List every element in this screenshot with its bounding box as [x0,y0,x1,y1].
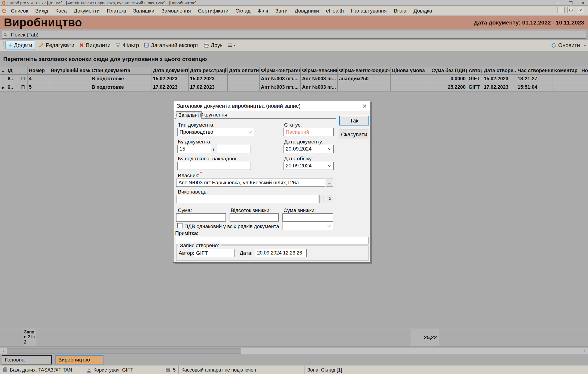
discount-percent-field[interactable] [230,213,279,222]
cell-id: 6.. [6,75,20,83]
menu-item-sklad[interactable]: Склад [232,8,254,14]
column-header-id[interactable]: ІД [6,67,20,75]
menu-item-nalashtuvannya[interactable]: Налаштування [348,8,390,14]
delete-x-icon: ✖ [79,42,84,48]
add-button[interactable]: + Додати [5,41,35,50]
edit-button[interactable]: Редагувати [36,41,77,50]
tab-rounding[interactable]: Округлення [197,111,230,118]
column-header-sum-no-vat[interactable]: Сума без ПДВ): [430,67,467,75]
column-header-created-date[interactable]: Дата створе... [482,67,516,75]
filter-button[interactable]: Фільтр [113,41,141,50]
window-maximize-button[interactable] [568,1,573,5]
window-minimize-button[interactable] [556,1,560,5]
grid-options-button[interactable]: ≡ [0,67,6,75]
refresh-button[interactable]: Оновити [549,41,583,50]
doc-number-suffix-field[interactable] [217,145,251,153]
menu-item-sertyfikaty[interactable]: Сертифікати [194,8,232,14]
vat-rate-combo[interactable] [282,222,333,230]
executor-lookup-button[interactable]: ... [319,195,326,203]
row-marker-cell: ▶ [0,83,6,91]
window-close-button[interactable]: ✕ [581,1,585,5]
discount-sum-field[interactable] [282,213,333,222]
mdi-close-button[interactable]: ✕ [577,7,584,13]
column-header-internal-number[interactable]: Внутрішній номер [49,67,90,75]
column-header-owner[interactable]: Фірма-власник [300,67,337,75]
refresh-chevron-down-icon[interactable]: ▾ [584,43,586,47]
menu-item-kasa[interactable]: Каса [52,8,70,14]
search-input[interactable]: Поиск (Tab) [2,31,586,39]
executor-clear-button[interactable]: X [327,195,333,203]
doc-type-combo[interactable]: Производство [177,128,254,136]
delete-button[interactable]: ✖ Видалити [77,41,113,50]
menu-item-vikna[interactable]: Вікна [390,8,410,14]
scroll-left-arrow[interactable]: ‹ [1,348,7,354]
column-header-reg-date[interactable]: Дата реєстрації [188,67,227,75]
menu-item-dokumenty[interactable]: Документи [70,8,103,14]
column-header-pay-date[interactable]: Дата оплати [227,67,259,75]
tax-invoice-field[interactable] [177,162,251,170]
column-header-number[interactable]: Номер [28,67,49,75]
printer-icon [203,43,209,48]
column-header-contractor[interactable]: Фірма-контрагент [259,67,300,75]
mdi-restore-button[interactable] [567,7,574,13]
column-header-created-time[interactable]: Час створення [516,67,553,75]
doc-number-field[interactable]: 15 [177,145,211,153]
column-header-comment[interactable]: Коментар [553,67,580,75]
sum-field[interactable] [176,213,226,222]
column-header-doc-state[interactable]: Стан документа [90,67,151,75]
export-button[interactable]: Загальний експорт [141,41,201,50]
menu-item-dovidka[interactable]: Довідка [410,8,435,14]
cell-order-number [580,83,588,91]
table-row[interactable]: 6.. П 4 В подготовке 15.02.2023 15.02.20… [0,75,588,83]
bottom-tab-home[interactable]: Головна [2,355,52,364]
menu-item-platezhi[interactable]: Платежі [103,8,130,14]
table-row[interactable]: ▶ 6.. П 5 В подготовке 17.02.2023 17.02.… [0,83,588,91]
dialog-close-button[interactable]: ✕ [362,103,367,109]
window-title: Скарб pro v. 4.0.2.77 [ІД: 969] - [Апт №… [7,1,196,5]
column-header-order-number[interactable]: Номер ко... [580,67,588,75]
user-text: Користувач: GIFT [93,367,133,373]
cell-consignee [338,83,391,91]
cell-created-date: 15.02.2023 [482,75,516,83]
doc-date-value: 20.09.2024 [286,146,312,152]
menu-item-zalyshky[interactable]: Залишки [130,8,158,14]
status-label: Статус: [284,122,302,128]
menu-item-vyhid[interactable]: Вихід [32,8,52,14]
menu-item-filii[interactable]: Філії [254,8,272,14]
menu-item-spisok[interactable]: Список [7,8,32,14]
toolbar-grip[interactable] [2,41,4,49]
scroll-right-arrow[interactable]: › [581,348,587,354]
sum-total-cell: 25,22 [411,329,439,346]
menu-item-dovidnyky[interactable]: Довідники [291,8,322,14]
cell-doc-state: В подготовке [90,75,151,83]
menu-item-ehealth[interactable]: eHealth [322,8,348,14]
grid-view-menu-button[interactable]: ▾ [225,41,238,50]
column-header-status-letter[interactable] [20,67,28,75]
column-header-price-condition[interactable]: Цінова умова [391,67,430,75]
menu-item-zvity[interactable]: Звіти [272,8,291,14]
owner-lookup-button[interactable]: ... [326,179,333,187]
tab-general[interactable]: Загальні [176,111,202,119]
column-header-author[interactable]: Автор [467,67,482,75]
print-button[interactable]: Друк [201,41,225,50]
owner-field[interactable]: Апт №003 пгт.Барышевка, ул.Киевский шлях… [176,179,325,187]
doc-date-picker[interactable]: 20.09.2024 [284,145,334,153]
account-date-picker[interactable]: 20.09.2024 [284,162,334,170]
cell-reg-date: 15.02.2023 [188,75,227,83]
bottom-tab-production[interactable]: Виробництво [55,355,103,364]
horizontal-scrollbar[interactable]: ‹ › [0,348,588,354]
vat-same-checkbox[interactable] [177,223,182,228]
created-group-label: Запис створено: [178,243,221,249]
column-header-doc-date[interactable]: Дата документу [151,67,188,75]
menu-item-zamovlennya[interactable]: Замовлення [158,8,194,14]
print-button-label: Друк [211,42,223,48]
owner-label: Власник: [178,173,199,179]
cell-id: 6.. [6,83,20,91]
executor-field[interactable] [176,195,318,203]
mdi-minimize-button[interactable] [557,7,565,13]
column-header-consignee[interactable]: Фірма-вантажоодерж... [338,67,391,75]
ok-button[interactable]: Так [339,116,369,125]
scrollbar-thumb[interactable] [7,348,241,354]
cash-register-icon [166,367,171,372]
cancel-button[interactable]: Скасувати [339,130,369,139]
